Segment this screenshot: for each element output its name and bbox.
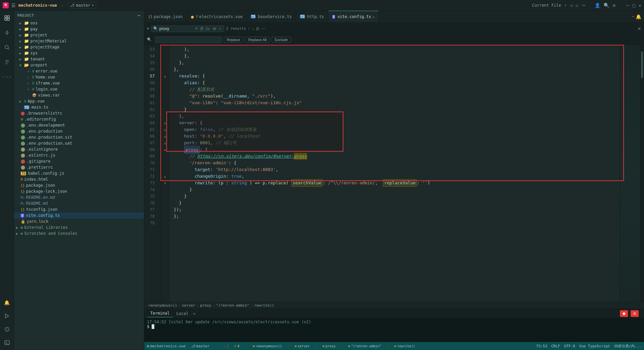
- project-title[interactable]: mechatronics-vue: [18, 3, 57, 8]
- tree-item[interactable]: V vite.config.ts: [14, 212, 144, 218]
- tree-item[interactable]: ✓ V home.vue: [14, 74, 144, 80]
- search-icon[interactable]: 🔍: [604, 3, 609, 8]
- tree-item[interactable]: ⬤ .env.production.sit: [14, 134, 144, 140]
- status-language[interactable]: Vue TypeScript: [579, 344, 610, 348]
- tree-item[interactable]: ⬤ .prettierrc: [14, 164, 144, 170]
- notifications-icon[interactable]: 🔔: [2, 298, 12, 307]
- tree-item[interactable]: ▶ 📁 tenant: [14, 56, 144, 62]
- forward-icon[interactable]: ▷: [576, 3, 579, 8]
- replace-input[interactable]: [157, 37, 207, 42]
- search-sidebar-icon[interactable]: [2, 43, 12, 52]
- maximize-btn[interactable]: □: [632, 3, 635, 8]
- scrollbar[interactable]: [640, 45, 644, 302]
- tree-item[interactable]: ▶ V App.vue: [14, 98, 144, 104]
- status-encoding[interactable]: UTF-8: [564, 344, 575, 348]
- status-scope4[interactable]: ⊛ "/renren-admin": [348, 344, 381, 348]
- more-actions-icon[interactable]: ⋯: [582, 2, 586, 8]
- tab-more-btn[interactable]: ⋯: [632, 14, 634, 19]
- tree-item[interactable]: ▶ 📁 oss: [14, 20, 144, 26]
- tree-item[interactable]: ▶ 📁 projectStage: [14, 44, 144, 50]
- terminal-run-btn[interactable]: ⊙: [631, 310, 639, 317]
- tree-item[interactable]: ⬤ .env.development: [14, 122, 144, 128]
- tree-item[interactable]: ⬤ .eslintignore: [14, 146, 144, 152]
- tab-baseservice-ts[interactable]: TS baseService.ts: [247, 11, 296, 23]
- status-git[interactable]: ⎇ master: [191, 344, 210, 348]
- tab-close-btn[interactable]: ✕: [372, 15, 374, 19]
- replace-all-btn[interactable]: Replace All: [245, 37, 270, 43]
- tree-item[interactable]: ✓ V login.vue: [14, 86, 144, 92]
- status-line-ending[interactable]: CRLF: [551, 344, 560, 348]
- close-tab-x[interactable]: ✕: [193, 311, 195, 316]
- status-scope2[interactable]: ⊛ server: [295, 344, 310, 348]
- regex-btn[interactable]: .*: [200, 27, 203, 31]
- current-file-label[interactable]: Current File: [532, 3, 561, 8]
- terminal-tab[interactable]: Terminal: [147, 310, 173, 317]
- tree-item[interactable]: ▼ 📂 ureport: [14, 62, 144, 68]
- user-icon[interactable]: 👤: [595, 3, 600, 8]
- scrollbar-thumb[interactable]: [641, 51, 643, 78]
- status-scope5[interactable]: ⊛ rewrite(): [394, 344, 415, 348]
- hamburger-icon[interactable]: ☰: [11, 3, 16, 8]
- structure-icon[interactable]: [2, 57, 12, 67]
- tree-item[interactable]: ▶ 📁 sys: [14, 50, 144, 56]
- tree-item[interactable]: H index.html: [14, 176, 144, 182]
- explorer-icon[interactable]: [2, 13, 12, 23]
- tree-item[interactable]: ▶ ⊞ External Libraries: [14, 224, 144, 230]
- status-errors[interactable]: ⚠ 1: [223, 344, 228, 348]
- tree-item[interactable]: {} package-lock.json: [14, 188, 144, 194]
- sidebar-options[interactable]: ⋯: [138, 13, 141, 18]
- close-search-btn[interactable]: ✕: [637, 26, 641, 31]
- tree-item[interactable]: {} tsconfig.json: [14, 206, 144, 212]
- more-search-opts-btn[interactable]: ⋯: [261, 26, 265, 31]
- breadcrumb-anonymous[interactable]: <anonymous>(): [148, 303, 177, 308]
- tree-item[interactable]: 🔒 yarn.lock: [14, 218, 144, 224]
- branch-selector[interactable]: ⎇ master ▾: [67, 2, 96, 9]
- tab-vite-config-ts[interactable]: V vite.config.ts ✕: [328, 11, 379, 23]
- more-icon[interactable]: ···: [2, 72, 12, 81]
- status-position[interactable]: 73:53: [536, 344, 547, 348]
- tree-item[interactable]: M↓ README.md: [14, 200, 144, 206]
- tree-item[interactable]: JS babel.config.js: [14, 170, 144, 176]
- close-btn[interactable]: ✕: [639, 3, 641, 8]
- tree-item[interactable]: ⬤ .browserslistrc: [14, 110, 144, 116]
- tree-item[interactable]: ⬤ .eslintrc.js: [14, 152, 144, 158]
- tree-item[interactable]: ▶ 📁 project: [14, 32, 144, 38]
- filter-results-btn[interactable]: ⊟: [256, 26, 259, 31]
- minimize-btn[interactable]: ─: [626, 3, 629, 8]
- include-exclude-btn[interactable]: +: [218, 27, 221, 31]
- settings-icon[interactable]: ⚙: [613, 3, 615, 8]
- terminal-icon[interactable]: [2, 338, 12, 347]
- debug-icon[interactable]: [2, 325, 12, 334]
- status-scope3[interactable]: ⊛ proxy: [322, 344, 335, 348]
- whole-word-btn[interactable]: W: [212, 27, 217, 31]
- next-result-btn[interactable]: ↓: [252, 26, 254, 31]
- tab-electricassets-vue[interactable]: ● V electricassets.vue: [187, 11, 247, 23]
- commit-icon[interactable]: [2, 28, 12, 37]
- tree-item[interactable]: ✓ V error.vue: [14, 68, 144, 74]
- terminal-stop-btn[interactable]: ■: [620, 310, 628, 317]
- tree-item[interactable]: ⬤ .env.production.uat: [14, 140, 144, 146]
- tree-item[interactable]: ⚙ .editorconfig: [14, 116, 144, 122]
- prev-result-btn[interactable]: ↑: [248, 26, 250, 31]
- status-notifications[interactable]: 内容分类/内...: [614, 344, 642, 349]
- tree-item[interactable]: ▶ 📁 projectMaterial: [14, 38, 144, 44]
- breadcrumb-rewrite[interactable]: rewrite(): [254, 303, 274, 308]
- tree-item[interactable]: 📦 views.rar: [14, 92, 144, 98]
- status-warnings[interactable]: ⚡ 4: [234, 344, 239, 348]
- notifications-bell[interactable]: 🔔: [636, 14, 641, 19]
- match-case-btn[interactable]: Cc: [205, 27, 210, 31]
- clear-search-btn[interactable]: ✕: [194, 26, 198, 31]
- tree-item[interactable]: {} package.json: [14, 182, 144, 188]
- breadcrumb-proxy[interactable]: proxy: [200, 303, 211, 308]
- local-tab[interactable]: Local: [173, 310, 192, 317]
- exclude-btn[interactable]: Exclude: [272, 37, 291, 43]
- back-icon[interactable]: ◁: [570, 3, 573, 8]
- search-expand-arrow[interactable]: ▼: [147, 27, 149, 30]
- breadcrumb-server[interactable]: server: [182, 303, 195, 308]
- tab-package-json[interactable]: {} package.json: [144, 11, 187, 23]
- tree-item[interactable]: TS main.ts: [14, 104, 144, 110]
- search-input[interactable]: [159, 26, 193, 31]
- status-project[interactable]: ⊞ mechatronics-vue: [147, 344, 186, 348]
- run-icon[interactable]: [2, 311, 12, 321]
- breadcrumb-renren-admin[interactable]: "/renren-admin": [216, 303, 249, 308]
